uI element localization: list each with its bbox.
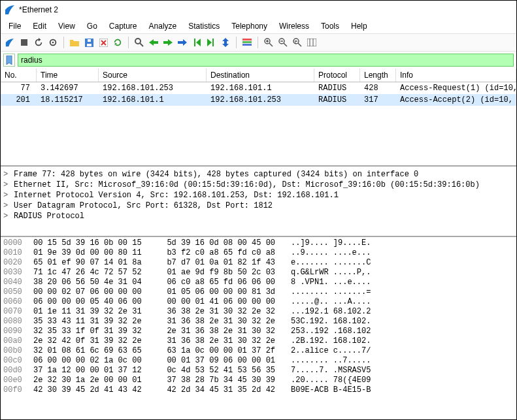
expand-icon[interactable]: > [3,211,10,221]
packet-cell: 317 [360,94,396,106]
menu-telephony[interactable]: Telephony [226,20,273,32]
close-file-icon[interactable] [97,36,110,49]
menu-tools[interactable]: Tools [316,20,344,32]
auto-scroll-icon[interactable] [219,36,232,49]
svg-rect-0 [21,39,27,46]
restart-capture-icon[interactable] [32,36,45,49]
colorize-icon[interactable] [241,36,254,49]
hex-line[interactable]: 002065 01 ef 90 07 14 01 8a b7 d7 01 0a … [3,258,514,268]
expand-icon[interactable]: > [3,201,10,211]
go-first-icon[interactable] [190,36,203,49]
packet-row[interactable]: 773.142697192.168.101.253192.168.101.1RA… [1,82,516,94]
save-file-icon[interactable] [82,36,95,49]
col-time[interactable]: Time [37,69,99,82]
packet-row[interactable]: 20118.115217192.168.101.1192.168.101.253… [1,94,516,106]
menu-go[interactable]: Go [82,20,103,32]
hex-line[interactable]: 00d037 1a 12 00 00 01 37 12 0c 4d 53 52 … [3,366,514,376]
hex-bytes: 01 05 06 00 00 00 81 3d [158,287,282,297]
menu-help[interactable]: Help [346,20,373,32]
hex-bytes: b3 f2 c0 a8 65 fd c0 a8 [158,248,282,258]
col-source[interactable]: Source [99,69,207,82]
go-back-icon[interactable] [147,36,160,49]
hex-ascii: 8 .VPN1. ...e.... [282,278,514,287]
hex-bytes: 00 15 5d 39 16 0b 00 15 [33,238,158,248]
hex-line[interactable]: 007001 1e 11 31 39 32 2e 31 36 38 2e 31 … [3,307,514,317]
hex-bytes: 01 ae 9d f9 8b 50 2c 03 [158,268,282,278]
hex-line[interactable]: 000000 15 5d 39 16 0b 00 15 5d 39 16 0d … [3,238,514,248]
packet-details[interactable]: >Frame 77: 428 bytes on wire (3424 bits)… [1,167,516,237]
col-protocol[interactable]: Protocol [314,69,360,82]
find-icon[interactable] [133,36,146,49]
hex-offset: 00e0 [3,376,33,385]
menu-view[interactable]: View [53,20,80,32]
hex-offset: 00f0 [3,385,33,395]
hex-line[interactable]: 009032 35 33 1f 0f 31 39 32 2e 31 36 38 … [3,327,514,336]
hex-offset: 0040 [3,278,33,287]
hex-line[interactable]: 00f042 30 39 45 2d 41 43 42 42 2d 34 45 … [3,385,514,395]
detail-line[interactable]: >Ethernet II, Src: Microsof_39:16:0d (00… [2,180,515,190]
hex-ascii: ..]9.... ]9....E. [282,238,514,248]
zoom-in-icon[interactable] [262,36,275,49]
hex-line[interactable]: 003071 1c 47 26 4c 72 57 52 01 ae 9d f9 … [3,268,514,278]
hex-line[interactable]: 00b032 01 08 61 6c 69 63 65 63 1a 0c 00 … [3,346,514,356]
resize-columns-icon[interactable] [305,36,318,49]
expand-icon[interactable]: > [3,169,10,180]
svg-rect-10 [242,44,252,46]
detail-text: Ethernet II, Src: Microsof_39:16:0d (00:… [14,180,480,190]
packet-list[interactable]: No. Time Source Destination Protocol Len… [1,69,516,167]
packet-list-header: No. Time Source Destination Protocol Len… [1,69,516,82]
detail-line[interactable]: >Frame 77: 428 bytes on wire (3424 bits)… [2,169,515,180]
hex-ascii: .20..... 78({4E09 [282,376,514,385]
menu-statistics[interactable]: Statistics [183,20,225,32]
go-to-packet-icon[interactable] [176,36,189,49]
packet-cell: 3.142697 [37,82,99,94]
hex-offset: 00b0 [3,346,33,356]
hex-line[interactable]: 00c006 00 00 00 02 1a 0c 00 00 01 37 09 … [3,356,514,366]
hex-bytes: 01 1e 11 31 39 32 2e 31 [33,307,158,317]
packet-bytes[interactable]: 000000 15 5d 39 16 0b 00 15 5d 39 16 0d … [1,237,516,419]
packet-cell: 201 [1,94,37,106]
hex-bytes: 06 c0 a8 65 fd 06 06 00 [158,278,282,287]
toolbar-sep [128,37,129,48]
zoom-reset-icon[interactable]: 1 [291,36,304,49]
detail-text: Internet Protocol Version 4, Src: 192.16… [14,190,339,201]
go-last-icon[interactable] [205,36,218,49]
detail-line[interactable]: >User Datagram Protocol, Src Port: 61328… [2,201,515,211]
col-no[interactable]: No. [1,69,37,82]
col-info[interactable]: Info [396,69,516,82]
display-filter-input[interactable] [18,54,514,67]
hex-line[interactable]: 001001 9e 39 0d 00 00 80 11 b3 f2 c0 a8 … [3,248,514,258]
menu-edit[interactable]: Edit [27,20,52,32]
reload-file-icon[interactable] [111,36,124,49]
hex-bytes: 42 30 39 45 2d 41 43 42 [33,385,158,395]
detail-line[interactable]: >Internet Protocol Version 4, Src: 192.1… [2,190,515,201]
open-file-icon[interactable] [68,36,81,49]
capture-options-icon[interactable] [46,36,59,49]
bookmark-icon[interactable] [3,54,15,67]
stop-capture-icon[interactable] [18,36,31,49]
go-forward-icon[interactable] [161,36,175,49]
hex-line[interactable]: 00a02e 32 42 0f 31 39 32 2e 31 36 38 2e … [3,336,514,346]
col-destination[interactable]: Destination [207,69,314,82]
hex-line[interactable]: 006006 00 00 00 05 40 06 00 00 00 01 41 … [3,297,514,307]
hex-line[interactable]: 005000 00 02 07 06 00 00 00 01 05 06 00 … [3,287,514,297]
menu-file[interactable]: File [3,20,26,32]
hex-offset: 0090 [3,327,33,336]
hex-line[interactable]: 008035 33 43 11 31 39 32 2e 31 36 38 2e … [3,317,514,327]
start-capture-icon[interactable] [3,36,16,49]
menu-capture[interactable]: Capture [104,20,142,32]
menu-analyze[interactable]: Analyze [144,20,182,32]
hex-bytes: 00 00 01 41 06 00 00 00 [158,297,282,307]
expand-icon[interactable]: > [3,180,10,190]
svg-point-2 [52,42,54,44]
hex-ascii: ........ ..7..... [282,356,514,366]
detail-line[interactable]: >RADIUS Protocol [2,211,515,221]
expand-icon[interactable]: > [3,190,10,201]
svg-rect-9 [242,41,252,43]
col-length[interactable]: Length [360,69,396,82]
hex-line[interactable]: 00e02e 32 30 1a 2e 00 00 01 37 38 28 7b … [3,376,514,385]
hex-line[interactable]: 004038 20 06 56 50 4e 31 04 06 c0 a8 65 … [3,278,514,287]
zoom-out-icon[interactable] [276,36,290,49]
menu-wireless[interactable]: Wireless [274,20,314,32]
hex-offset: 0050 [3,287,33,297]
